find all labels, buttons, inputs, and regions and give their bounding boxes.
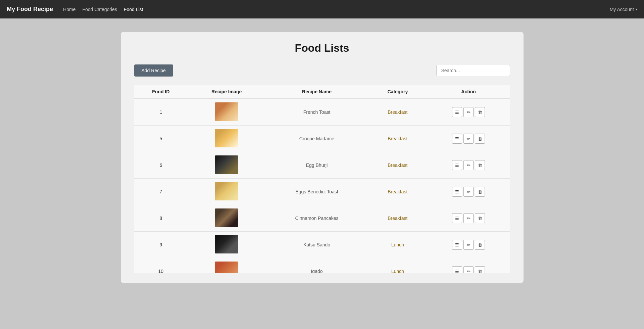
cell-food-id: 7 (134, 179, 188, 205)
cell-recipe-image (188, 179, 265, 205)
cell-category: Breakfast (368, 152, 427, 179)
account-menu[interactable]: My Account ▾ (610, 7, 637, 12)
table-row: 1 French Toast Breakfast ☰ ✏ 🗑 (134, 99, 510, 126)
recipe-thumbnail (215, 208, 238, 227)
cell-food-id: 5 (134, 126, 188, 152)
action-buttons: ☰ ✏ 🗑 (433, 107, 505, 117)
chevron-down-icon: ▾ (636, 7, 637, 11)
page-background: Food Lists Add Recipe Food ID Recipe Ima… (0, 18, 644, 329)
cell-action: ☰ ✏ 🗑 (427, 99, 510, 126)
delete-button[interactable]: 🗑 (475, 160, 485, 170)
view-button[interactable]: ☰ (452, 134, 462, 144)
table-header-row: Food ID Recipe Image Recipe Name Categor… (134, 85, 510, 99)
recipe-thumbnail (215, 102, 238, 121)
table-row: 6 Egg Bhurji Breakfast ☰ ✏ 🗑 (134, 152, 510, 179)
main-card: Food Lists Add Recipe Food ID Recipe Ima… (121, 32, 524, 283)
cell-action: ☰ ✏ 🗑 (427, 126, 510, 152)
table-row: 9 Katsu Sando Lunch ☰ ✏ 🗑 (134, 232, 510, 258)
cell-recipe-image (188, 126, 265, 152)
cell-recipe-name: Igado (265, 258, 368, 273)
action-buttons: ☰ ✏ 🗑 (433, 134, 505, 144)
cell-category: Breakfast (368, 126, 427, 152)
action-buttons: ☰ ✏ 🗑 (433, 187, 505, 197)
cell-action: ☰ ✏ 🗑 (427, 258, 510, 273)
nav-links: Home Food Categories Food List (63, 7, 610, 12)
cell-food-id: 9 (134, 232, 188, 258)
cell-food-id: 6 (134, 152, 188, 179)
search-input[interactable] (436, 65, 510, 76)
view-button[interactable]: ☰ (452, 160, 462, 170)
delete-button[interactable]: 🗑 (475, 213, 485, 223)
cell-food-id: 10 (134, 258, 188, 273)
cell-action: ☰ ✏ 🗑 (427, 152, 510, 179)
edit-button[interactable]: ✏ (463, 240, 474, 250)
nav-food-list[interactable]: Food List (124, 7, 143, 12)
food-table: Food ID Recipe Image Recipe Name Categor… (134, 85, 510, 273)
col-food-id: Food ID (134, 85, 188, 99)
col-category: Category (368, 85, 427, 99)
cell-recipe-image (188, 258, 265, 273)
view-button[interactable]: ☰ (452, 213, 462, 223)
delete-button[interactable]: 🗑 (475, 107, 485, 117)
col-recipe-image: Recipe Image (188, 85, 265, 99)
table-row: 8 Cinnamon Pancakes Breakfast ☰ ✏ 🗑 (134, 205, 510, 232)
view-button[interactable]: ☰ (452, 266, 462, 273)
navbar: My Food Recipe Home Food Categories Food… (0, 0, 644, 18)
view-button[interactable]: ☰ (452, 240, 462, 250)
add-recipe-button[interactable]: Add Recipe (134, 64, 173, 77)
cell-action: ☰ ✏ 🗑 (427, 179, 510, 205)
cell-recipe-image (188, 232, 265, 258)
cell-action: ☰ ✏ 🗑 (427, 232, 510, 258)
action-buttons: ☰ ✏ 🗑 (433, 240, 505, 250)
delete-button[interactable]: 🗑 (475, 266, 485, 273)
edit-button[interactable]: ✏ (463, 160, 474, 170)
recipe-thumbnail (215, 129, 238, 147)
table-container[interactable]: Food ID Recipe Image Recipe Name Categor… (134, 85, 510, 273)
cell-recipe-image (188, 205, 265, 232)
cell-recipe-name: Egg Bhurji (265, 152, 368, 179)
view-button[interactable]: ☰ (452, 107, 462, 117)
action-buttons: ☰ ✏ 🗑 (433, 266, 505, 273)
cell-action: ☰ ✏ 🗑 (427, 205, 510, 232)
edit-button[interactable]: ✏ (463, 107, 474, 117)
table-row: 10 Igado Lunch ☰ ✏ 🗑 (134, 258, 510, 273)
cell-recipe-name: French Toast (265, 99, 368, 126)
col-recipe-name: Recipe Name (265, 85, 368, 99)
action-buttons: ☰ ✏ 🗑 (433, 160, 505, 170)
cell-category: Lunch (368, 232, 427, 258)
recipe-thumbnail (215, 235, 238, 253)
edit-button[interactable]: ✏ (463, 213, 474, 223)
account-label: My Account (610, 7, 634, 12)
delete-button[interactable]: 🗑 (475, 187, 485, 197)
recipe-thumbnail (215, 262, 238, 273)
recipe-thumbnail (215, 182, 238, 200)
cell-recipe-name: Cinnamon Pancakes (265, 205, 368, 232)
cell-category: Lunch (368, 258, 427, 273)
nav-home[interactable]: Home (63, 7, 76, 12)
table-row: 7 Eggs Benedict Toast Breakfast ☰ ✏ 🗑 (134, 179, 510, 205)
page-title: Food Lists (134, 42, 510, 54)
recipe-thumbnail (215, 155, 238, 174)
cell-recipe-name: Eggs Benedict Toast (265, 179, 368, 205)
cell-category: Breakfast (368, 205, 427, 232)
cell-recipe-image (188, 99, 265, 126)
cell-category: Breakfast (368, 99, 427, 126)
brand-logo[interactable]: My Food Recipe (7, 6, 53, 13)
delete-button[interactable]: 🗑 (475, 240, 485, 250)
cell-food-id: 1 (134, 99, 188, 126)
cell-food-id: 8 (134, 205, 188, 232)
view-button[interactable]: ☰ (452, 187, 462, 197)
edit-button[interactable]: ✏ (463, 134, 474, 144)
edit-button[interactable]: ✏ (463, 187, 474, 197)
cell-recipe-name: Katsu Sando (265, 232, 368, 258)
toolbar: Add Recipe (134, 64, 510, 77)
cell-recipe-image (188, 152, 265, 179)
delete-button[interactable]: 🗑 (475, 134, 485, 144)
cell-recipe-name: Croque Madame (265, 126, 368, 152)
edit-button[interactable]: ✏ (463, 266, 474, 273)
col-action: Action (427, 85, 510, 99)
cell-category: Breakfast (368, 179, 427, 205)
nav-food-categories[interactable]: Food Categories (82, 7, 117, 12)
table-row: 5 Croque Madame Breakfast ☰ ✏ 🗑 (134, 126, 510, 152)
action-buttons: ☰ ✏ 🗑 (433, 213, 505, 223)
